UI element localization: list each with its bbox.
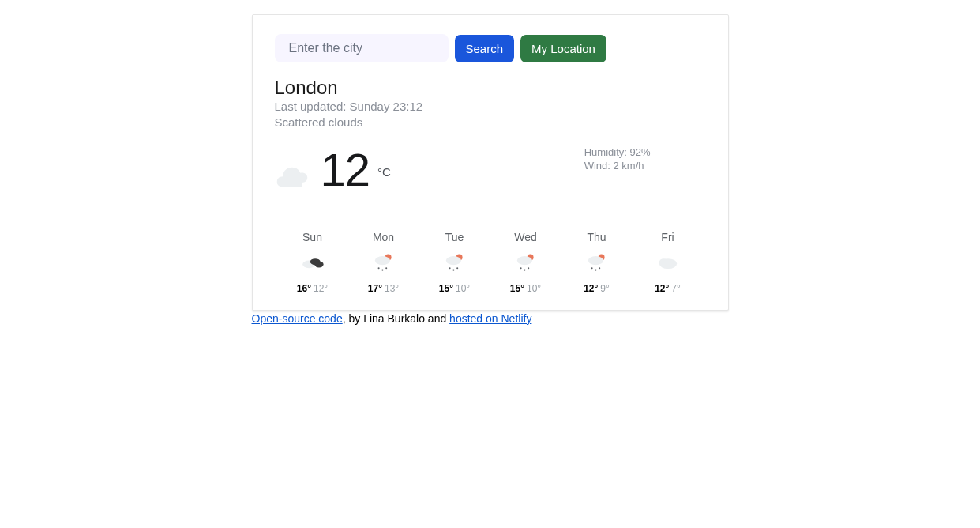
footer-text: , by Lina Burkalo and [343, 312, 449, 325]
current-temp: 12 [321, 147, 370, 193]
forecast-low: 7° [671, 283, 680, 294]
forecast-temps: 12°7° [655, 283, 681, 294]
footer: Open-source code, by Lina Burkalo and ho… [252, 312, 729, 325]
svg-point-4 [374, 256, 389, 265]
rain-icon [442, 251, 467, 273]
my-location-button[interactable]: My Location [520, 35, 606, 62]
rain-icon [371, 251, 396, 273]
svg-point-11 [452, 269, 454, 270]
forecast-row: Sun16°12°Mon17°13°Tue15°10°Wed15°10°Thu1… [275, 231, 706, 294]
weather-card: Search My Location London Last updated: … [252, 14, 729, 311]
forecast-temps: 12°9° [584, 283, 610, 294]
svg-point-19 [588, 256, 603, 265]
svg-point-20 [591, 267, 592, 269]
weather-description: Scattered clouds [275, 115, 706, 130]
forecast-day-label: Fri [661, 231, 674, 243]
rain-icon [513, 251, 539, 273]
cloud-icon [655, 251, 681, 273]
forecast-day: Mon17°13° [352, 231, 415, 294]
svg-point-9 [445, 256, 460, 265]
svg-point-15 [520, 267, 521, 269]
svg-point-5 [377, 267, 379, 269]
forecast-low: 13° [385, 283, 399, 294]
humidity: Humidity: 92% [584, 145, 651, 160]
svg-point-7 [385, 267, 387, 269]
forecast-high: 15° [439, 283, 453, 294]
temp-unit: °C [377, 160, 391, 179]
forecast-day: Fri12°7° [636, 231, 700, 294]
forecast-day: Thu12°9° [565, 231, 629, 294]
forecast-day: Tue15°10° [423, 231, 486, 294]
forecast-day-label: Thu [587, 231, 606, 243]
rain-icon [584, 251, 610, 273]
forecast-low: 9° [600, 283, 609, 294]
broken-clouds-icon [300, 251, 325, 273]
forecast-temps: 16°12° [297, 283, 328, 294]
svg-point-22 [599, 267, 600, 269]
forecast-day: Wed15°10° [494, 231, 558, 294]
forecast-high: 17° [368, 283, 382, 294]
forecast-day-label: Mon [373, 231, 394, 243]
forecast-high: 12° [655, 283, 669, 294]
wind: Wind: 2 km/h [584, 159, 651, 173]
open-source-link[interactable]: Open-source code [252, 312, 343, 325]
forecast-high: 16° [297, 283, 311, 294]
netlify-link[interactable]: hosted on Netlify [449, 312, 531, 325]
svg-point-17 [528, 267, 529, 269]
forecast-day-label: Sun [302, 231, 322, 243]
forecast-low: 10° [527, 283, 541, 294]
svg-point-14 [516, 256, 531, 265]
forecast-temps: 15°10° [510, 283, 541, 294]
forecast-high: 15° [510, 283, 524, 294]
svg-point-6 [381, 269, 383, 270]
current-weather: London Last updated: Sunday 23:12 Scatte… [275, 77, 706, 193]
forecast-day: Sun16°12° [281, 231, 344, 294]
forecast-high: 12° [584, 283, 598, 294]
city-search-input[interactable] [275, 34, 449, 62]
forecast-temps: 17°13° [368, 283, 399, 294]
forecast-temps: 15°10° [439, 283, 470, 294]
svg-point-2 [314, 261, 323, 267]
svg-point-24 [659, 258, 667, 266]
city-name: London [275, 77, 706, 99]
svg-point-16 [524, 269, 525, 270]
search-button[interactable]: Search [455, 35, 515, 62]
svg-point-10 [449, 267, 450, 269]
forecast-low: 12° [314, 283, 328, 294]
forecast-day-label: Tue [445, 231, 464, 243]
svg-point-21 [595, 269, 596, 270]
last-updated: Last updated: Sunday 23:12 [275, 99, 706, 115]
search-row: Search My Location [275, 34, 706, 62]
cloud-icon [275, 166, 310, 188]
forecast-low: 10° [456, 283, 470, 294]
svg-point-12 [456, 267, 458, 269]
forecast-day-label: Wed [514, 231, 537, 243]
